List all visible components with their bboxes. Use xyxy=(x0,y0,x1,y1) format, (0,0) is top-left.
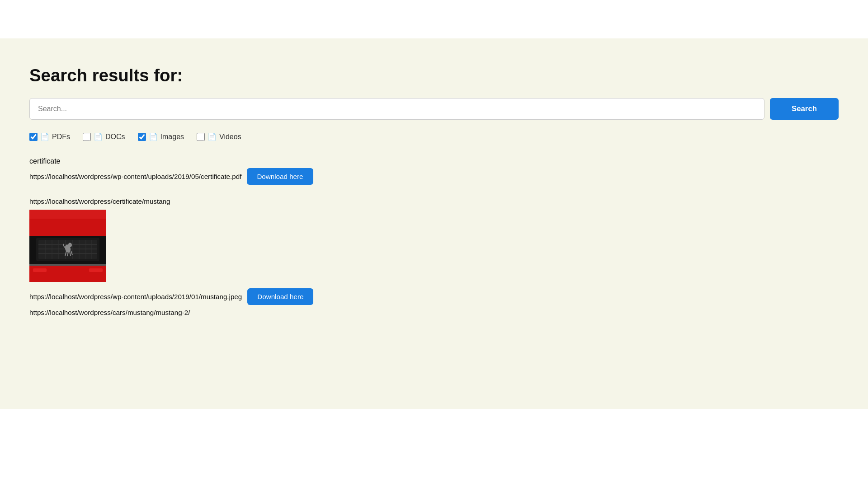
svg-rect-26 xyxy=(29,210,106,219)
page-wrapper: Search results for: Search 📄 PDFs 📄 DOCs… xyxy=(0,38,868,409)
filter-docs-checkbox[interactable] xyxy=(83,133,91,141)
pdf-icon: 📄 xyxy=(40,132,49,141)
result-url-row-certificate: https://localhost/wordpress/wp-content/u… xyxy=(29,168,839,185)
result-permalink-top-mustang: https://localhost/wordpress/certificate/… xyxy=(29,197,839,205)
filter-row: 📄 PDFs 📄 DOCs 📄 Images 📄 Videos xyxy=(29,132,839,141)
search-button[interactable]: Search xyxy=(770,98,839,120)
filter-videos-label: Videos xyxy=(219,133,241,141)
page-title: Search results for: xyxy=(29,66,839,85)
result-url-certificate: https://localhost/wordpress/wp-content/u… xyxy=(29,173,241,180)
videos-icon: 📄 xyxy=(208,132,217,141)
result-item-certificate: certificate https://localhost/wordpress/… xyxy=(29,157,839,185)
filter-docs-label: DOCs xyxy=(105,133,125,141)
filter-pdfs-checkbox[interactable] xyxy=(29,133,38,141)
download-button-mustang[interactable]: Download here xyxy=(247,288,313,305)
results-section: certificate https://localhost/wordpress/… xyxy=(29,157,839,329)
search-input[interactable] xyxy=(29,98,764,120)
filter-docs[interactable]: 📄 DOCs xyxy=(83,132,125,141)
doc-icon: 📄 xyxy=(94,132,103,141)
filter-videos-checkbox[interactable] xyxy=(197,133,205,141)
result-image-container-mustang xyxy=(29,210,839,284)
result-name-certificate: certificate xyxy=(29,157,839,165)
filter-images-checkbox[interactable] xyxy=(138,133,146,141)
images-icon: 📄 xyxy=(149,132,158,141)
svg-rect-25 xyxy=(29,264,106,266)
filter-pdfs[interactable]: 📄 PDFs xyxy=(29,132,70,141)
search-row: Search xyxy=(29,98,839,120)
svg-rect-24 xyxy=(89,268,103,272)
filter-images-label: Images xyxy=(160,133,184,141)
download-button-certificate[interactable]: Download here xyxy=(247,168,313,185)
result-item-mustang: https://localhost/wordpress/certificate/… xyxy=(29,197,839,316)
result-permalink-bottom-mustang: https://localhost/wordpress/cars/mustang… xyxy=(29,309,839,316)
filter-images[interactable]: 📄 Images xyxy=(138,132,184,141)
svg-rect-3 xyxy=(29,265,106,282)
filter-videos[interactable]: 📄 Videos xyxy=(197,132,241,141)
result-url-mustang: https://localhost/wordpress/wp-content/u… xyxy=(29,293,242,300)
result-url-row-mustang: https://localhost/wordpress/wp-content/u… xyxy=(29,288,839,305)
svg-rect-23 xyxy=(33,268,47,272)
filter-pdfs-label: PDFs xyxy=(52,133,70,141)
mustang-image xyxy=(29,210,106,282)
